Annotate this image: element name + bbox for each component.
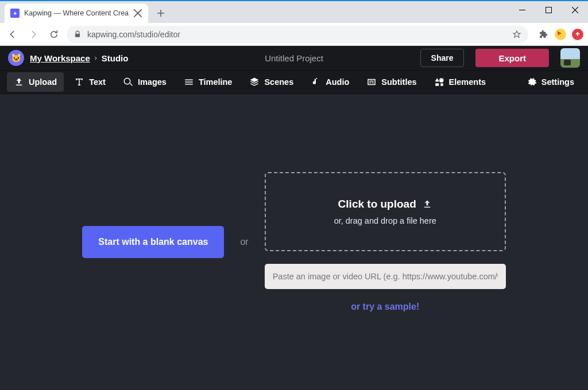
tab-audio[interactable]: Audio (304, 72, 356, 92)
window-maximize-icon[interactable] (535, 1, 562, 18)
start-blank-canvas-label: Start with a blank canvas (98, 237, 208, 247)
upload-dropzone[interactable]: Click to upload or, drag and drop a file… (265, 172, 506, 251)
svg-rect-0 (546, 7, 551, 13)
breadcrumb: My Workspace › Studio (30, 53, 128, 63)
export-button-label: Export (498, 53, 526, 63)
tab-audio-label: Audio (326, 77, 349, 87)
tab-timeline-label: Timeline (199, 77, 233, 87)
bookmark-star-icon[interactable] (512, 30, 521, 39)
media-url-input[interactable] (265, 264, 506, 289)
lock-icon (74, 30, 82, 38)
window-minimize-icon[interactable] (509, 1, 535, 18)
app-logo[interactable]: 🐱 (8, 50, 24, 66)
window-close-icon[interactable] (562, 1, 588, 18)
tab-close-icon[interactable] (133, 9, 142, 18)
address-bar[interactable]: kapwing.com/studio/editor (67, 26, 528, 43)
browser-toolbar: kapwing.com/studio/editor (0, 23, 588, 46)
try-sample-link[interactable]: or try a sample! (351, 302, 419, 312)
dropzone-title-row: Click to upload (338, 198, 432, 210)
subtitles-icon (366, 77, 377, 87)
tab-upload[interactable]: Upload (7, 72, 64, 92)
tab-text[interactable]: Text (67, 72, 113, 92)
tab-settings-label: Settings (541, 77, 574, 87)
tab-elements[interactable]: Elements (427, 72, 493, 92)
browser-titlebar: ✦ Kapwing — Where Content Crea (0, 1, 588, 23)
breadcrumb-studio: Studio (102, 53, 129, 63)
app-header: 🐱 My Workspace › Studio Untitled Project… (0, 46, 588, 70)
or-divider: or (240, 237, 248, 247)
tool-tabs: Upload Text Images Timeline Scenes Audio (0, 70, 588, 94)
search-icon (123, 77, 133, 87)
svg-rect-1 (75, 33, 80, 37)
extension-badge-2[interactable] (572, 29, 583, 40)
browser-tab-active[interactable]: ✦ Kapwing — Where Content Crea (5, 3, 148, 23)
start-blank-canvas-button[interactable]: Start with a blank canvas (82, 226, 224, 258)
tab-subtitles[interactable]: Subtitles (359, 72, 423, 92)
tab-title: Kapwing — Where Content Crea (24, 9, 129, 17)
music-note-icon (311, 77, 321, 87)
address-url: kapwing.com/studio/editor (87, 30, 506, 39)
tab-text-label: Text (89, 77, 106, 87)
text-icon (74, 77, 84, 87)
tab-subtitles-label: Subtitles (381, 77, 416, 87)
upload-icon (14, 77, 24, 87)
tab-upload-label: Upload (29, 77, 57, 87)
export-button[interactable]: Export (475, 49, 549, 67)
extension-icons (537, 29, 583, 40)
share-button[interactable]: Share (420, 49, 465, 67)
tab-scenes[interactable]: Scenes (242, 72, 300, 92)
dropzone-subtitle: or, drag and drop a file here (334, 216, 436, 225)
nav-reload-icon[interactable] (46, 26, 62, 42)
user-avatar[interactable] (560, 48, 580, 68)
upload-icon (422, 199, 432, 209)
breadcrumb-workspace[interactable]: My Workspace (30, 53, 90, 63)
dropzone-title: Click to upload (338, 198, 416, 210)
project-title[interactable]: Untitled Project (265, 53, 323, 63)
tab-images[interactable]: Images (116, 72, 173, 92)
shapes-icon (434, 77, 444, 87)
share-button-label: Share (431, 53, 454, 63)
tab-scenes-label: Scenes (264, 77, 293, 87)
extension-badge-1[interactable] (555, 29, 566, 40)
nav-forward-icon[interactable] (25, 26, 41, 42)
nav-back-icon[interactable] (5, 26, 21, 42)
layers-icon (249, 77, 260, 87)
editor-canvas: Start with a blank canvas or Click to up… (0, 94, 588, 390)
tab-favicon: ✦ (10, 9, 20, 18)
breadcrumb-separator: › (95, 54, 97, 62)
tab-timeline[interactable]: Timeline (177, 72, 239, 92)
new-tab-button[interactable] (153, 5, 169, 21)
try-sample-label: or try a sample! (351, 302, 419, 311)
timeline-icon (184, 77, 194, 87)
app-root: 🐱 My Workspace › Studio Untitled Project… (0, 46, 588, 390)
extensions-icon[interactable] (537, 29, 549, 40)
gear-icon (527, 77, 537, 87)
tab-images-label: Images (138, 77, 167, 87)
window-controls (509, 1, 588, 18)
browser-tabstrip: ✦ Kapwing — Where Content Crea (0, 1, 169, 23)
tab-elements-label: Elements (449, 77, 486, 87)
tab-settings[interactable]: Settings (520, 72, 581, 92)
